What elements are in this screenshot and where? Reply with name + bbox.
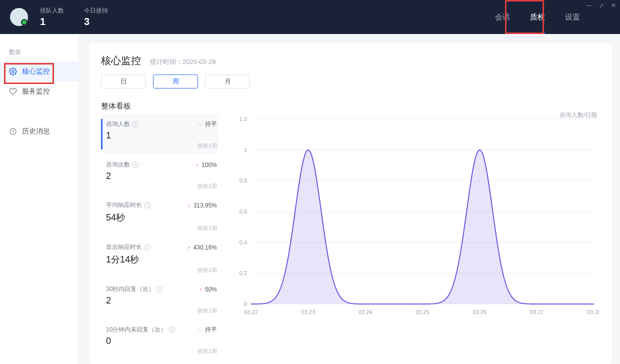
metric-trend: ↑313.95% (188, 202, 217, 209)
metric-compare: 较前1周 (106, 182, 217, 190)
help-icon[interactable]: ? (132, 162, 138, 168)
metric-item[interactable]: 30秒内回复（次） ?↑50%2较前1周 (101, 279, 219, 320)
metric-value: 1 (106, 130, 217, 141)
tab-chat[interactable]: 会话 (495, 0, 510, 34)
header-stats: 排队人数 1 今日接待 3 (40, 6, 108, 28)
metric-trend: ↑100% (196, 162, 217, 168)
trend-pct: 430.16% (194, 244, 217, 251)
svg-text:03.22: 03.22 (244, 309, 258, 315)
metric-trend: →持平 (196, 326, 217, 334)
metric-name: 10分钟内未回复（次） ? (106, 326, 175, 334)
sidebar-section-label: 数据 (9, 48, 78, 56)
svg-text:0.4: 0.4 (240, 240, 247, 246)
stat-today: 今日接待 3 (84, 6, 108, 28)
metric-value: 2 (106, 171, 217, 182)
panel-title: 整体看板 (101, 102, 600, 111)
trend-arrow-icon: ↑ (196, 162, 199, 168)
trend-arrow-icon: ↑ (188, 202, 190, 208)
metric-value: 54秒 (106, 212, 217, 224)
trend-pct: 313.95% (194, 202, 217, 209)
range-month[interactable]: 月 (205, 74, 250, 88)
svg-text:0.8: 0.8 (240, 178, 247, 184)
window-controls: — ⤢ ✕ (586, 2, 616, 9)
metric-compare: 较前1周 (106, 224, 217, 232)
svg-text:03.26: 03.26 (473, 309, 487, 315)
metric-value: 0 (106, 336, 217, 346)
svg-point-0 (12, 70, 14, 72)
help-icon[interactable]: ? (156, 286, 163, 292)
svg-text:0: 0 (244, 301, 247, 307)
metric-compare: 较前1周 (106, 307, 217, 314)
trend-pct: 持平 (205, 120, 217, 128)
maximize-icon[interactable]: ⤢ (599, 2, 604, 9)
avatar[interactable] (10, 8, 28, 26)
svg-text:1.2: 1.2 (240, 116, 247, 122)
chart-svg: 00.20.40.60.811.203.2203.2303.2403.2503.… (229, 114, 599, 319)
trend-pct: 50% (205, 286, 217, 293)
help-icon[interactable]: ? (132, 121, 138, 128)
stat-queue-value: 1 (40, 16, 64, 28)
svg-text:0.6: 0.6 (240, 208, 247, 214)
stat-today-value: 3 (84, 16, 108, 28)
metric-item[interactable]: 10分钟内未回复（次） ?→持平0较前1周 (101, 320, 219, 360)
metric-item[interactable]: 平均响应时长 ?↑313.95%54秒较前1周 (101, 195, 219, 237)
svg-text:03.24: 03.24 (358, 309, 372, 315)
svg-text:1: 1 (244, 147, 247, 153)
metric-name: 平均响应时长 ? (106, 201, 150, 210)
page-subtitle: 统计时间：2020-03-28 (150, 58, 216, 66)
range-day[interactable]: 日 (101, 74, 146, 88)
range-week[interactable]: 周 (153, 74, 198, 88)
trend-arrow-icon: ↑ (188, 244, 190, 250)
metric-name: 首次响应时长 ? (106, 243, 150, 252)
trend-arrow-icon: → (196, 122, 202, 128)
sidebar-item-history[interactable]: 历史消息 (0, 122, 78, 142)
sidebar-item-core[interactable]: 核心监控 (0, 62, 78, 82)
clock-icon (9, 128, 17, 136)
sidebar-item-label: 服务监控 (22, 87, 50, 96)
minimize-icon[interactable]: — (586, 2, 592, 9)
metric-compare: 较前1周 (106, 266, 217, 274)
help-icon[interactable]: ? (144, 202, 150, 208)
svg-text:03.23: 03.23 (302, 309, 316, 315)
metric-name: 咨询次数 ? (106, 160, 138, 169)
sidebar: 数据 核心监控 服务监控 历史消息 (0, 34, 79, 364)
metric-value: 2 (106, 296, 217, 306)
svg-text:0.2: 0.2 (240, 270, 247, 276)
metric-compare: 较前1周 (106, 142, 217, 150)
sidebar-item-label: 核心监控 (22, 67, 50, 76)
stat-queue: 排队人数 1 (40, 6, 64, 28)
tab-settings[interactable]: 设置 (565, 0, 580, 34)
metric-compare: 较前1周 (106, 348, 217, 355)
chart-legend: 咨询人数/日期 (560, 111, 597, 120)
top-tabs: 会话 质检 设置 (495, 0, 580, 34)
svg-text:03.28: 03.28 (587, 309, 599, 315)
trend-pct: 100% (202, 162, 217, 168)
page-title: 核心监控 (101, 54, 141, 68)
tab-qc[interactable]: 质检 (530, 0, 545, 34)
stat-queue-label: 排队人数 (40, 6, 64, 15)
stat-today-label: 今日接待 (84, 6, 108, 15)
metric-trend: →持平 (196, 120, 217, 128)
metric-value: 1分14秒 (106, 254, 217, 266)
card: 核心监控 统计时间：2020-03-28 日 周 月 整体看板 咨询人数 ?→持… (89, 43, 612, 364)
metrics-list: 咨询人数 ?→持平1较前1周咨询次数 ?↑100%2较前1周平均响应时长 ?↑3… (101, 114, 219, 360)
svg-text:03.27: 03.27 (530, 309, 544, 315)
metric-item[interactable]: 咨询人数 ?→持平1较前1周 (101, 114, 219, 154)
help-icon[interactable]: ? (144, 244, 150, 250)
metric-item[interactable]: 咨询次数 ?↑100%2较前1周 (101, 154, 219, 195)
close-icon[interactable]: ✕ (611, 2, 616, 9)
sidebar-item-service[interactable]: 服务监控 (0, 82, 78, 102)
metric-trend: ↑430.16% (188, 244, 217, 251)
help-icon[interactable]: ? (168, 326, 175, 333)
gear-icon (9, 68, 17, 76)
heart-monitor-icon (9, 88, 17, 96)
trend-arrow-icon: → (196, 327, 202, 333)
trend-pct: 持平 (205, 326, 217, 334)
chart: 咨询人数/日期 00.20.40.60.811.203.2203.2303.24… (219, 114, 600, 360)
main: 核心监控 统计时间：2020-03-28 日 周 月 整体看板 咨询人数 ?→持… (79, 34, 620, 364)
metric-trend: ↑50% (199, 286, 217, 293)
svg-text:03.25: 03.25 (416, 309, 430, 315)
metric-item[interactable]: 首次响应时长 ?↑430.16%1分14秒较前1周 (101, 237, 219, 279)
sidebar-item-label: 历史消息 (22, 127, 50, 136)
trend-arrow-icon: ↑ (199, 286, 202, 292)
